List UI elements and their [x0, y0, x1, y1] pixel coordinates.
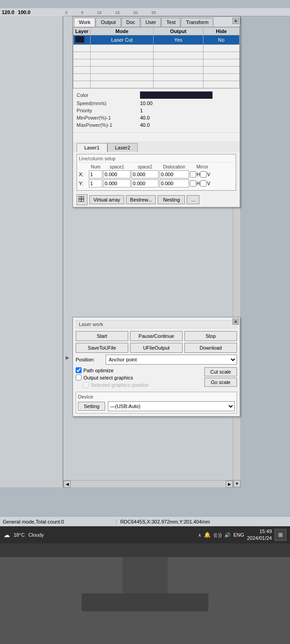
- svg-rect-2: [79, 199, 81, 202]
- device-title: Device: [78, 394, 235, 399]
- checkboxes-column: Path optimize Output select graphics Sel…: [76, 367, 204, 389]
- taskbar: ☁ 18°C Cloudy ∧ 🔔 ((·)) 🔊 ENG 15:49 2024…: [0, 526, 290, 543]
- x-mirror-v-checkbox[interactable]: [200, 171, 207, 178]
- x-space1-input[interactable]: [103, 170, 130, 178]
- stop-button[interactable]: Stop: [184, 331, 237, 341]
- tab-laser2[interactable]: Laser2: [107, 143, 138, 152]
- temperature-display: 18°C: [14, 532, 25, 538]
- u-file-output-button[interactable]: UFileOutput: [130, 343, 183, 353]
- scale-buttons: Cut scale Go scale: [204, 367, 237, 387]
- status-right: RDC6445S,X:302.972mm,Y:201.404mm: [116, 519, 290, 524]
- ellipsis-button[interactable]: ...: [187, 195, 199, 204]
- tab-test[interactable]: Test: [161, 18, 180, 27]
- col-output: Output: [153, 28, 203, 35]
- tab-user[interactable]: User: [140, 18, 161, 27]
- laser-work-close-button[interactable]: ✕: [232, 318, 239, 325]
- minpower-label: MinPower(%)-1: [77, 115, 140, 120]
- checkboxes-and-scale: Path optimize Output select graphics Sel…: [76, 367, 237, 389]
- go-scale-button[interactable]: Go scale: [204, 378, 237, 387]
- selected-graphics-row: Selected graphics position: [76, 382, 204, 388]
- priority-value: 1: [140, 108, 143, 113]
- tab-laser1[interactable]: Laser1: [77, 143, 107, 152]
- path-optimize-row: Path optimize: [76, 367, 204, 373]
- weather-display: Cloudy: [29, 532, 44, 538]
- layer-output-cell: Yes: [153, 35, 203, 45]
- pause-continue-button[interactable]: Pause/Continue: [130, 331, 183, 341]
- cut-scale-button[interactable]: Cut scale: [204, 367, 237, 376]
- chevron-up-icon[interactable]: ∧: [198, 533, 201, 538]
- device-select[interactable]: —(USB:Auto): [108, 401, 235, 411]
- laser-tabs: Laser1 Laser2: [73, 141, 240, 152]
- priority-label: Priority: [77, 108, 140, 113]
- header-dislocation: Dislocation: [160, 164, 189, 169]
- virtual-array-button[interactable]: Virtual array: [89, 195, 124, 204]
- scroll-right-arrow[interactable]: ▶: [226, 481, 233, 488]
- grid-icon: [77, 194, 87, 205]
- y-space1-input[interactable]: [103, 179, 130, 187]
- output-select-label: Output select graphics: [83, 375, 133, 380]
- table-row: [73, 45, 240, 52]
- y-num-input[interactable]: [89, 179, 102, 187]
- line-column-setup: Line/column setup Num space1 space2 Disl…: [77, 154, 236, 191]
- desktop-icon: ⊞: [278, 532, 283, 538]
- x-num-input[interactable]: [89, 170, 102, 178]
- header-mirror: Mirror: [190, 164, 215, 169]
- wifi-icon: ((·)): [213, 532, 222, 538]
- table-row: [73, 52, 240, 59]
- y-mirror-h-checkbox[interactable]: [190, 180, 196, 187]
- col-mode: Mode: [91, 28, 153, 35]
- device-setting-button[interactable]: Setting: [78, 402, 105, 411]
- start-button[interactable]: Start: [76, 331, 128, 341]
- table-row[interactable]: Laser Cut Yes No: [73, 35, 240, 45]
- speed-label: Speed(mm/s): [77, 101, 140, 106]
- y-row: Y: H V: [79, 179, 234, 187]
- scroll-left-arrow[interactable]: ◀: [63, 481, 71, 488]
- col-layer: Layer: [73, 28, 91, 35]
- tab-doc[interactable]: Doc: [121, 18, 140, 27]
- panel-close-button[interactable]: ✕: [232, 18, 239, 24]
- scroll-down-arrow[interactable]: ▼: [233, 480, 241, 487]
- tab-output[interactable]: Output: [96, 18, 121, 27]
- y-space2-input[interactable]: [131, 179, 159, 187]
- selected-graphics-checkbox[interactable]: [83, 382, 89, 388]
- y-mirror-v-checkbox[interactable]: [200, 180, 207, 187]
- svg-rect-1: [82, 197, 84, 199]
- color-row: Color: [77, 91, 236, 99]
- save-to-u-file-button[interactable]: SaveToUFile: [76, 343, 128, 353]
- table-row: [73, 74, 240, 81]
- position-row: Position: Anchor point: [76, 355, 237, 365]
- svg-rect-3: [82, 199, 84, 202]
- output-select-checkbox[interactable]: [76, 375, 82, 380]
- x-dislocation-input[interactable]: [160, 170, 189, 178]
- y-label: Y:: [79, 181, 88, 186]
- ruler-marks: 0510152025: [65, 10, 156, 15]
- tab-work[interactable]: Work: [74, 18, 95, 27]
- x-mirror-h-label: H: [197, 172, 200, 177]
- layer-color-cell: [73, 35, 91, 45]
- file-buttons-row: SaveToUFile UFileOutput Download: [76, 343, 237, 353]
- ruler-left: [0, 16, 63, 487]
- bestrew-button[interactable]: Bestrew...: [126, 195, 156, 204]
- maxpower-row: MaxPower(%)-1 40.0: [77, 122, 236, 128]
- date-display: 2024/01/24: [247, 535, 272, 542]
- taskbar-tray[interactable]: ⊞: [275, 529, 286, 541]
- y-dislocation-input[interactable]: [160, 179, 189, 187]
- tab-transform[interactable]: Transform: [181, 18, 213, 27]
- monitor-stand: [0, 543, 290, 644]
- canvas-nav-arrow[interactable]: ▶: [64, 354, 71, 360]
- y-mirror-v-label: V: [207, 181, 210, 186]
- coord-display: 120.0 100.0: [0, 8, 63, 16]
- x-space2-input[interactable]: [131, 170, 159, 178]
- notification-icon[interactable]: 🔔: [204, 532, 211, 538]
- position-label: Position:: [76, 357, 103, 362]
- volume-icon[interactable]: 🔊: [224, 532, 231, 538]
- position-select[interactable]: Anchor point: [106, 355, 237, 365]
- monitor-stand-base: [82, 593, 208, 611]
- speed-row: Speed(mm/s) 10.00: [77, 101, 236, 106]
- download-button[interactable]: Download: [184, 343, 237, 353]
- x-mirror-h-checkbox[interactable]: [190, 171, 196, 178]
- nesting-button[interactable]: Nesting: [158, 195, 185, 204]
- coord-y: 100.0: [18, 10, 31, 15]
- path-optimize-checkbox[interactable]: [76, 367, 82, 373]
- header-space2: space2: [131, 164, 159, 169]
